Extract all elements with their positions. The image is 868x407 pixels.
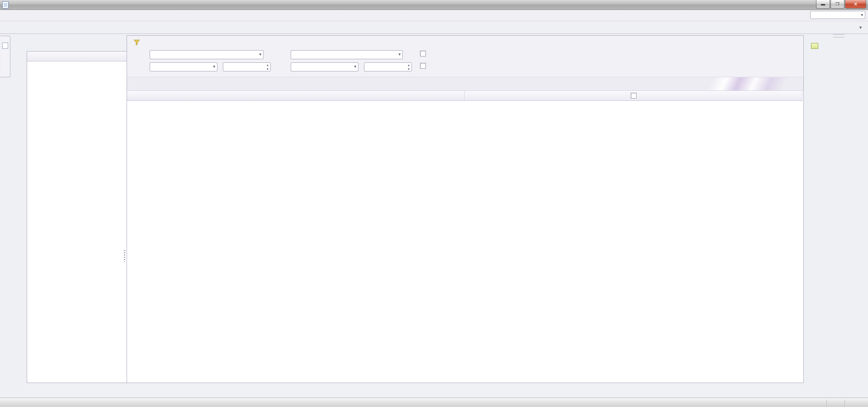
stornierte-checkbox[interactable] xyxy=(420,63,426,69)
decorative-swoosh xyxy=(654,77,803,90)
tab-strip: ▼ xyxy=(0,21,868,34)
application-window: ▬ ❐ ✕ ▼ xyxy=(0,0,868,407)
mandant-area xyxy=(805,11,865,19)
noch-offene-check-row[interactable] xyxy=(420,51,428,57)
close-button[interactable]: ✕ xyxy=(845,0,866,9)
select-column-header[interactable] xyxy=(465,91,802,101)
title-bar[interactable]: ▬ ❐ ✕ xyxy=(0,0,868,10)
von-date-picker[interactable] xyxy=(150,62,217,71)
von-time-spinner[interactable] xyxy=(223,62,271,71)
select-all-checkbox[interactable] xyxy=(631,93,637,99)
indicator-column-header xyxy=(127,91,465,101)
group-by-bar[interactable] xyxy=(127,77,803,91)
filter-funnel-icon xyxy=(133,39,140,46)
noch-offene-checkbox[interactable] xyxy=(420,51,426,57)
mandant-combobox[interactable] xyxy=(810,11,865,19)
status-bar xyxy=(0,398,868,407)
stornierte-check-row[interactable] xyxy=(420,63,428,69)
filter-title xyxy=(133,39,143,46)
restore-button[interactable]: ❐ xyxy=(830,0,844,9)
workspace xyxy=(0,34,868,398)
menu-bar xyxy=(0,10,868,21)
menu-formulare[interactable] xyxy=(3,14,9,16)
status-separator xyxy=(844,400,845,406)
form-icon xyxy=(2,43,8,49)
window-controls: ▬ ❐ ✕ xyxy=(816,0,866,9)
right-toolbar xyxy=(810,34,867,49)
mini-list-icon[interactable] xyxy=(811,43,818,49)
bis-date-picker[interactable] xyxy=(291,62,359,71)
app-icon xyxy=(2,1,9,9)
panel-splitter[interactable] xyxy=(123,38,126,383)
minimize-button[interactable]: ▬ xyxy=(816,0,830,9)
status-separator xyxy=(826,400,827,406)
toolbar-grip[interactable] xyxy=(833,34,844,38)
collapse-panel-icon[interactable] xyxy=(18,40,24,47)
overview-panel xyxy=(127,35,804,383)
filter-area xyxy=(127,36,803,77)
bis-time-spinner[interactable] xyxy=(364,62,412,71)
schicht-combobox[interactable] xyxy=(291,50,403,59)
benutzer-combobox[interactable] xyxy=(150,50,264,59)
activities-table xyxy=(127,91,802,101)
toolbar-options-icon[interactable]: ▼ xyxy=(859,25,863,30)
grid-header-row xyxy=(127,91,802,101)
vertical-tab-formulare[interactable] xyxy=(0,36,10,77)
